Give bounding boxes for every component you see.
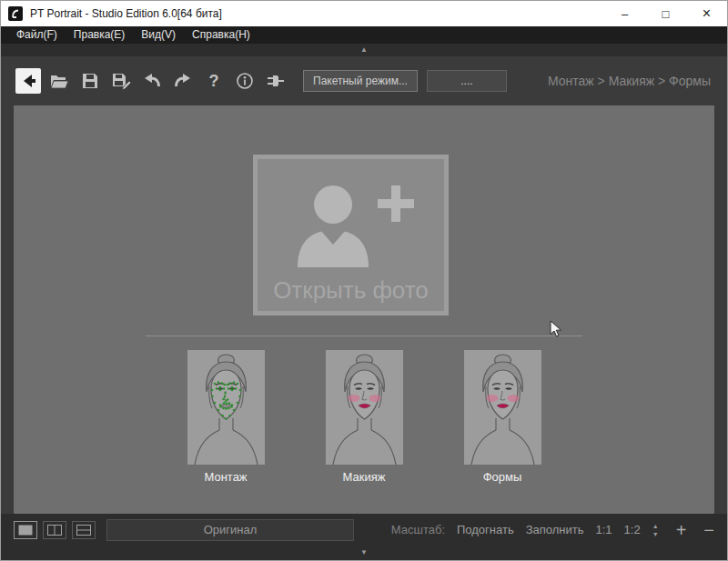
open-photo-button[interactable]	[15, 68, 41, 94]
open-photo-dropzone[interactable]: Открыть фото	[253, 155, 449, 316]
maximize-button[interactable]: □	[645, 1, 686, 26]
split-horizontal-button[interactable]	[72, 521, 96, 539]
original-view-button[interactable]: Оригинал	[106, 519, 354, 541]
two-pane-vertical-icon	[47, 525, 62, 536]
bottombar: Оригинал Масштаб: Подогнать Заполнить 1:…	[1, 514, 727, 546]
zoom-in-button[interactable]: +	[676, 521, 687, 539]
menu-help[interactable]: Справка(H)	[184, 26, 258, 44]
ratio-stepper: ▲ ▼	[652, 523, 659, 537]
folder-icon	[49, 71, 69, 91]
thumbnail-label: Макияж	[343, 470, 386, 484]
montage-face-preview	[187, 350, 265, 465]
window-controls: – □ ×	[604, 1, 727, 26]
thumbnail-label: Монтаж	[204, 470, 247, 484]
menu-view[interactable]: Вид(V)	[133, 26, 184, 44]
plugins-button[interactable]	[263, 68, 288, 94]
two-pane-horizontal-icon	[76, 525, 91, 536]
question-icon: ?	[209, 72, 219, 91]
menu-file[interactable]: Файл(F)	[8, 26, 66, 44]
single-pane-icon	[18, 525, 33, 536]
add-photo-icon	[283, 181, 420, 267]
help-button[interactable]: ?	[201, 68, 227, 94]
toolbar-collapse-strip[interactable]: ▲	[1, 44, 727, 56]
info-button[interactable]	[232, 68, 258, 94]
split-vertical-button[interactable]	[43, 521, 66, 539]
redo-arrow-icon	[173, 71, 193, 91]
info-icon	[235, 71, 255, 91]
minimize-button[interactable]: –	[604, 1, 645, 26]
view-mode-buttons	[14, 521, 96, 539]
collapse-up-icon: ▲	[360, 46, 368, 54]
app-window: PT Portrait - Studio Edition 6.0[64 бита…	[0, 0, 728, 561]
thumbnail-label: Формы	[483, 470, 522, 484]
canvas-frame: Открыть фото Монтаж Макияж	[1, 105, 727, 514]
menu-edit[interactable]: Правка(E)	[66, 26, 134, 44]
floppy-icon	[80, 71, 100, 91]
open-photo-label: Открыть фото	[273, 276, 429, 305]
open-folder-button[interactable]	[46, 68, 72, 94]
divider-line	[146, 336, 582, 336]
ratio-1-1-button[interactable]: 1:1	[596, 523, 612, 536]
undo-arrow-icon	[142, 71, 162, 91]
redo-button[interactable]	[170, 68, 196, 94]
batch-mode-button[interactable]: Пакетный режим...	[303, 70, 418, 92]
bottombar-collapse-strip[interactable]: ▼	[1, 546, 727, 560]
mode-thumbnails: Монтаж Макияж Формы	[14, 350, 714, 484]
stepper-down-icon[interactable]: ▼	[652, 531, 659, 537]
more-options-button[interactable]: ....	[427, 70, 507, 92]
zoom-controls: Масштаб: Подогнать Заполнить 1:1 1:2 ▲ ▼…	[391, 521, 714, 539]
toolbar: ? Пакетный режим... ....	[1, 56, 727, 105]
menubar: Файл(F) Правка(E) Вид(V) Справка(H)	[1, 26, 727, 44]
fill-button[interactable]: Заполнить	[526, 523, 584, 536]
ratio-1-2-button[interactable]: 1:2	[624, 523, 641, 536]
scale-label: Масштаб:	[391, 523, 445, 536]
mouse-cursor	[550, 320, 562, 342]
window-title: PT Portrait - Studio Edition 6.0[64 бита…	[30, 7, 604, 20]
thumbnail-shapes[interactable]: Формы	[464, 350, 541, 484]
single-view-button[interactable]	[14, 521, 37, 539]
close-button[interactable]: ×	[686, 1, 727, 26]
makeup-face-preview	[326, 350, 403, 465]
titlebar: PT Portrait - Studio Edition 6.0[64 бита…	[1, 1, 727, 26]
shapes-face-preview	[464, 350, 541, 465]
save-as-button[interactable]	[108, 68, 134, 94]
floppy-pencil-icon	[111, 71, 131, 91]
collapse-down-icon: ▼	[360, 549, 368, 556]
thumbnail-montage[interactable]: Монтаж	[187, 350, 265, 484]
canvas: Открыть фото Монтаж Макияж	[14, 105, 714, 514]
plug-icon	[266, 71, 286, 91]
stepper-up-icon[interactable]: ▲	[652, 523, 659, 529]
undo-button[interactable]	[139, 68, 165, 94]
fit-button[interactable]: Подогнать	[457, 523, 514, 536]
thumbnail-makeup[interactable]: Макияж	[326, 350, 403, 484]
photo-arrow-icon	[18, 71, 38, 91]
save-button[interactable]	[77, 68, 103, 94]
app-logo-icon	[8, 6, 23, 21]
breadcrumb: Монтаж > Макияж > Формы	[548, 74, 711, 88]
zoom-out-button[interactable]: −	[703, 521, 714, 539]
